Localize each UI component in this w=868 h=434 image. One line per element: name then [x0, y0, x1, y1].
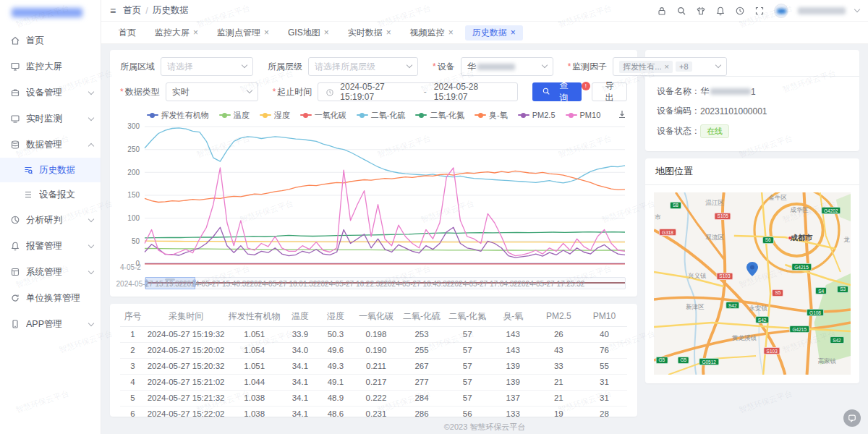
- sidebar-item-database[interactable]: 数据管理: [0, 132, 101, 158]
- legend-item-PM10[interactable]: PM10: [566, 111, 601, 119]
- clock-icon[interactable]: [735, 6, 745, 16]
- download-icon[interactable]: [617, 109, 627, 119]
- table-cell: 48.6: [318, 406, 353, 417]
- tab-视频监控[interactable]: 视频监控×: [403, 25, 461, 41]
- lock-icon[interactable]: [657, 6, 667, 16]
- query-button[interactable]: 查询 !: [532, 82, 582, 101]
- sidebar-item-device[interactable]: 设备管理: [0, 80, 101, 106]
- legend-marker: [260, 112, 271, 118]
- table-row: 22024-05-27 15:20:021.05434.049.60.19025…: [120, 342, 627, 358]
- menu-collapse-icon[interactable]: ≡: [110, 5, 116, 17]
- tab-历史数据[interactable]: 历史数据×: [465, 25, 523, 41]
- table-cell: 143: [490, 326, 536, 342]
- sidebar-item-alarm[interactable]: 报警管理: [0, 233, 101, 259]
- breadcrumb-home[interactable]: 首页: [123, 4, 141, 17]
- table-cell: 21: [536, 390, 582, 406]
- table-cell: 5: [120, 390, 145, 406]
- chevron-down-icon: [242, 62, 247, 68]
- tabbar: 首页监控大屏×监测点管理×GIS地图×实时数据×视频监控×历史数据×: [101, 22, 868, 44]
- table-cell: 1.051: [226, 326, 282, 342]
- tab-首页[interactable]: 首页: [111, 25, 143, 41]
- query-panel: 所属区域 请选择 所属层级 请选择所属层级: [110, 50, 637, 297]
- legend-item-臭-氧[interactable]: 臭-氧: [475, 110, 508, 121]
- legend-item-温度[interactable]: 温度: [219, 110, 250, 121]
- tab-监控大屏[interactable]: 监控大屏×: [148, 25, 205, 41]
- legend-item-湿度[interactable]: 湿度: [260, 110, 290, 121]
- device-value-prefix: 华: [467, 61, 476, 73]
- table-header-cell: 挥发性有机物: [226, 307, 282, 326]
- time-range-field: 起止时间 2024-05-27 15:19:07 - 2024-05-28 15…: [273, 82, 519, 101]
- level-select[interactable]: 请选择所属层级: [308, 57, 418, 76]
- legend-label: PM10: [580, 111, 601, 119]
- map-canvas[interactable]: 温江区金牛区成华区市双流区龙兴义镇新津区永安镇黄龙溪镇高家镇S8G4202S6G…: [654, 192, 851, 375]
- tab-close-icon[interactable]: ×: [193, 28, 198, 37]
- tab-close-icon[interactable]: ×: [511, 28, 516, 37]
- table-cell: 1: [120, 326, 145, 342]
- bell-icon[interactable]: [715, 6, 726, 16]
- tab-close-icon[interactable]: ×: [264, 28, 269, 37]
- fullscreen-icon[interactable]: [754, 6, 765, 16]
- topbar-actions: [657, 4, 859, 18]
- sidebar-subitem-history[interactable]: 历史数据: [0, 158, 101, 182]
- tag-close-icon[interactable]: ×: [665, 62, 669, 71]
- table-cell: 57: [445, 358, 490, 374]
- tab-监测点管理[interactable]: 监测点管理×: [210, 25, 276, 41]
- region-select[interactable]: 请选择: [161, 57, 253, 76]
- export-button[interactable]: 导出: [592, 82, 627, 101]
- chevron-down-icon: [88, 242, 94, 247]
- level-label: 所属层级: [268, 61, 302, 73]
- sidebar-item-screen[interactable]: 监控大屏: [0, 54, 101, 80]
- legend-item-PM2.5[interactable]: PM2.5: [518, 111, 556, 119]
- table-cell: 2: [120, 342, 145, 358]
- history-line-chart[interactable]: 050100150200250300 4-05-2: [120, 122, 627, 276]
- legend-item-一氧化碳[interactable]: 一氧化碳: [300, 110, 346, 121]
- datazoom-slider[interactable]: 2024-05-27 15:19:322024-05-27 15:40:3220…: [145, 277, 626, 289]
- table-header-row: 序号采集时间挥发性有机物温度湿度一氧化碳二氧-化硫二氧-化氮臭-氧PM2.5PM…: [120, 307, 627, 326]
- sidebar-item-label: 系统管理: [26, 266, 62, 278]
- chevron-down-icon: [541, 62, 547, 68]
- x-axis-label: 2024-05-27 17:25:32: [517, 280, 584, 288]
- city-marker-dot: [788, 236, 792, 240]
- app-icon: [10, 319, 20, 329]
- date-range-input[interactable]: 2024-05-27 15:19:07 - 2024-05-28 15:19:0…: [318, 82, 518, 101]
- sidebar-item-label: 数据管理: [26, 139, 62, 151]
- device-code-row: 设备编码： 20231101000001: [657, 105, 848, 117]
- legend-item-挥发性有机物[interactable]: 挥发性有机物: [147, 110, 209, 121]
- data-type-field: 数据类型 实时: [120, 82, 258, 101]
- avatar[interactable]: [774, 4, 788, 18]
- table-cell: 57: [445, 342, 490, 358]
- device-select[interactable]: 华: [461, 57, 553, 76]
- chat-button[interactable]: [843, 409, 861, 427]
- sidebar-item-analysis[interactable]: 分析研判: [0, 207, 101, 233]
- right-column: 设备信息 设备名称： 华 1 设备编码： 20231101000001: [645, 50, 859, 417]
- table-cell: 4: [120, 374, 145, 390]
- sidebar-subitem-message[interactable]: 设备报文: [0, 182, 101, 207]
- tab-close-icon[interactable]: ×: [324, 28, 329, 37]
- data-type-select[interactable]: 实时: [166, 82, 258, 101]
- unit-icon: [10, 293, 20, 303]
- tab-close-icon[interactable]: ×: [448, 28, 454, 37]
- table-cell: 0.222: [353, 390, 399, 406]
- device-label: 设备: [433, 61, 455, 73]
- sidebar-item-label: APP管理: [26, 318, 62, 331]
- factor-select[interactable]: 挥发性有... × +8: [613, 57, 727, 76]
- chevron-down-icon[interactable]: [854, 7, 860, 12]
- tab-实时数据[interactable]: 实时数据×: [341, 25, 399, 41]
- region-label: 所属区域: [120, 61, 155, 73]
- table-cell: 1.054: [226, 342, 282, 358]
- theme-icon[interactable]: [696, 6, 706, 16]
- home-icon: [10, 35, 20, 46]
- legend-item-二氧-化氮[interactable]: 二氧-化氮: [415, 110, 464, 121]
- sidebar-item-system[interactable]: 系统管理: [0, 259, 101, 285]
- table-header-cell: 臭-氧: [490, 307, 536, 326]
- legend-item-二氧-化硫[interactable]: 二氧-化硫: [357, 110, 406, 121]
- history-table-panel: 序号采集时间挥发性有机物温度湿度一氧化碳二氧-化硫二氧-化氮臭-氧PM2.5PM…: [110, 304, 637, 417]
- sidebar-item-app[interactable]: APP管理: [0, 311, 101, 337]
- sidebar-item-monitor[interactable]: 实时监测: [0, 106, 101, 132]
- tab-close-icon[interactable]: ×: [386, 28, 391, 37]
- sidebar-item-unit[interactable]: 单位换算管理: [0, 285, 101, 311]
- search-icon[interactable]: [676, 6, 686, 16]
- query-badge: !: [582, 82, 590, 90]
- tab-GIS地图[interactable]: GIS地图×: [281, 25, 336, 41]
- sidebar-item-home[interactable]: 首页: [0, 27, 101, 54]
